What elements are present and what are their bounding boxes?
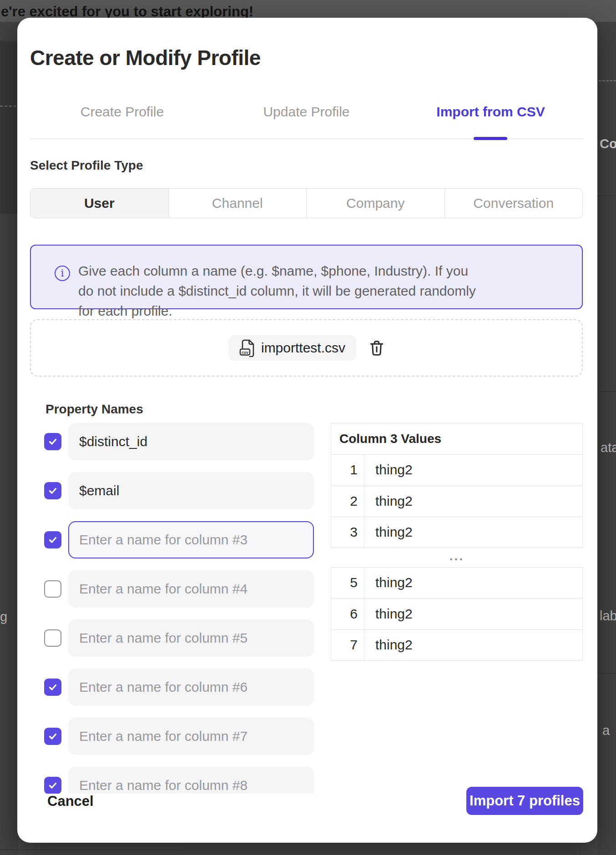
row-value: thing2 bbox=[364, 455, 582, 486]
column-values-preview-table: Column 3 Values 1 thing2 2 thing2 3 thin… bbox=[331, 423, 583, 661]
table-row: 2 thing2 bbox=[331, 486, 582, 517]
profile-type-conversation[interactable]: Conversation bbox=[445, 189, 583, 218]
profile-type-company[interactable]: Company bbox=[307, 189, 445, 218]
background-text-fragment: g bbox=[0, 609, 7, 624]
row-value: thing2 bbox=[364, 486, 582, 517]
uploaded-file-name: importtest.csv bbox=[261, 340, 345, 356]
info-icon: i bbox=[55, 266, 70, 281]
checkbox-column-8[interactable] bbox=[44, 777, 61, 794]
trash-icon[interactable] bbox=[369, 339, 384, 357]
import-profiles-button[interactable]: Import 7 profiles bbox=[466, 787, 583, 815]
property-row bbox=[44, 718, 317, 755]
background-text-fragment: Col bbox=[600, 136, 616, 151]
row-value: thing2 bbox=[364, 568, 582, 598]
dialog-title: Create or Modify Profile bbox=[30, 45, 261, 70]
checkbox-column-1[interactable] bbox=[44, 433, 61, 450]
csv-file-icon: csv bbox=[239, 339, 255, 357]
table-row: 6 thing2 bbox=[331, 598, 582, 629]
values-table-header: Column 3 Values bbox=[331, 423, 583, 455]
background-row-line bbox=[597, 673, 616, 674]
row-index: 3 bbox=[331, 517, 364, 548]
row-index: 1 bbox=[331, 455, 364, 486]
property-name-input-3[interactable] bbox=[68, 521, 314, 558]
background-text-fragment: a bbox=[602, 723, 610, 738]
row-value: thing2 bbox=[364, 630, 582, 660]
row-index: 2 bbox=[331, 486, 364, 517]
background-text-fragment: ata bbox=[601, 440, 616, 455]
property-name-input-2[interactable] bbox=[68, 472, 314, 509]
checkbox-column-4[interactable] bbox=[44, 580, 61, 598]
checkbox-column-6[interactable] bbox=[44, 679, 61, 696]
dialog-tabs: Create Profile Update Profile Import fro… bbox=[30, 99, 583, 125]
profile-type-user[interactable]: User bbox=[30, 189, 169, 218]
values-table-top-block: 1 thing2 2 thing2 3 thing2 bbox=[331, 455, 583, 548]
uploaded-file-chip: csv importtest.csv bbox=[228, 335, 356, 361]
property-row bbox=[44, 619, 317, 657]
tab-create-profile[interactable]: Create Profile bbox=[30, 99, 214, 125]
row-index: 5 bbox=[331, 568, 364, 598]
background-sidebar-block bbox=[0, 41, 18, 214]
csv-dropzone[interactable]: csv importtest.csv bbox=[30, 319, 583, 377]
rows-ellipsis: ... bbox=[331, 548, 583, 567]
property-name-input-5[interactable] bbox=[68, 619, 314, 657]
background-row-line bbox=[0, 850, 182, 850]
tab-import-from-csv[interactable]: Import from CSV bbox=[399, 99, 583, 125]
property-row bbox=[44, 472, 317, 509]
property-name-input-1[interactable] bbox=[68, 423, 314, 460]
checkbox-column-2[interactable] bbox=[44, 482, 61, 499]
row-index: 7 bbox=[331, 630, 364, 660]
active-tab-underline bbox=[474, 137, 507, 140]
background-row-line bbox=[597, 391, 616, 392]
create-or-modify-profile-dialog: Create or Modify Profile Create Profile … bbox=[17, 18, 597, 843]
info-callout: i Give each column a name (e.g. $name, $… bbox=[30, 245, 583, 309]
property-names-label: Property Names bbox=[45, 402, 143, 417]
property-names-list bbox=[44, 423, 317, 794]
property-row bbox=[44, 669, 317, 706]
tab-update-profile[interactable]: Update Profile bbox=[214, 99, 399, 125]
svg-text:csv: csv bbox=[242, 350, 248, 355]
profile-type-segmented-control: User Channel Company Conversation bbox=[30, 188, 583, 218]
property-name-input-4[interactable] bbox=[68, 570, 314, 608]
property-row bbox=[44, 767, 317, 794]
cancel-button[interactable]: Cancel bbox=[47, 793, 94, 810]
row-value: thing2 bbox=[364, 517, 582, 548]
table-row: 7 thing2 bbox=[331, 629, 582, 660]
table-row: 5 thing2 bbox=[331, 568, 582, 598]
row-value: thing2 bbox=[364, 599, 582, 629]
checkbox-column-5[interactable] bbox=[44, 629, 61, 647]
property-row bbox=[44, 570, 317, 608]
background-row-line bbox=[597, 196, 616, 196]
property-row bbox=[44, 423, 317, 460]
info-callout-text: Give each column a name (e.g. $name, $ph… bbox=[78, 261, 483, 321]
select-profile-type-label: Select Profile Type bbox=[30, 158, 143, 173]
table-row: 1 thing2 bbox=[331, 455, 582, 486]
background-decoration bbox=[0, 106, 16, 107]
property-name-input-8[interactable] bbox=[68, 767, 314, 794]
property-name-input-7[interactable] bbox=[68, 718, 314, 755]
table-row: 3 thing2 bbox=[331, 517, 582, 548]
property-name-input-6[interactable] bbox=[68, 669, 314, 706]
values-table-bottom-block: 5 thing2 6 thing2 7 thing2 bbox=[331, 567, 583, 661]
background-decoration bbox=[599, 80, 616, 81]
checkbox-column-7[interactable] bbox=[44, 728, 61, 745]
profile-type-channel[interactable]: Channel bbox=[169, 189, 307, 218]
row-index: 6 bbox=[331, 599, 364, 629]
background-text-fragment: lab bbox=[600, 609, 616, 624]
checkbox-column-3[interactable] bbox=[44, 531, 61, 548]
property-row bbox=[44, 521, 317, 558]
